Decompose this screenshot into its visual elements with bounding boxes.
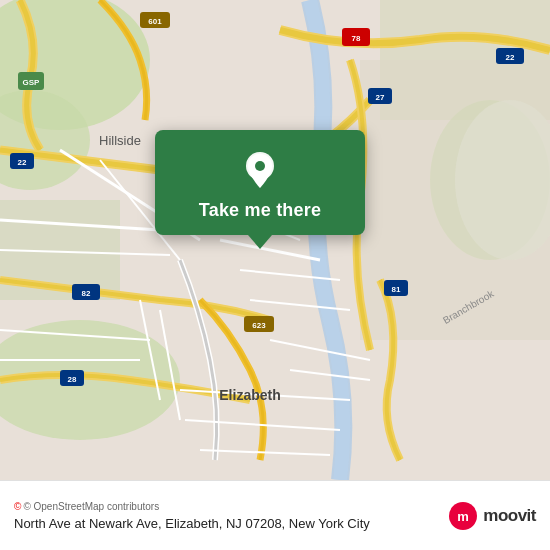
location-pin-icon (238, 148, 282, 192)
svg-text:82: 82 (82, 289, 91, 298)
osm-attribution: © © OpenStreetMap contributors (14, 501, 447, 512)
moovit-text: moovit (483, 506, 536, 526)
bottom-left-section: © © OpenStreetMap contributors North Ave… (14, 501, 447, 531)
moovit-logo: m moovit (447, 500, 536, 532)
svg-text:Elizabeth: Elizabeth (219, 387, 280, 403)
location-popup: Take me there (155, 130, 365, 235)
svg-text:22: 22 (506, 53, 515, 62)
osm-credit-text: © OpenStreetMap contributors (23, 501, 159, 512)
svg-text:28: 28 (68, 375, 77, 384)
copyright-symbol: © (14, 501, 21, 512)
bottom-info-bar: © © OpenStreetMap contributors North Ave… (0, 480, 550, 550)
address-text: North Ave at Newark Ave, Elizabeth, NJ 0… (14, 516, 447, 531)
svg-point-50 (255, 161, 265, 171)
svg-text:GSP: GSP (23, 78, 41, 87)
svg-text:78: 78 (352, 34, 361, 43)
svg-text:22: 22 (18, 158, 27, 167)
svg-text:601: 601 (148, 17, 162, 26)
moovit-icon: m (447, 500, 479, 532)
take-me-there-button[interactable]: Take me there (199, 200, 321, 221)
svg-text:Hillside: Hillside (99, 133, 141, 148)
svg-text:623: 623 (252, 321, 266, 330)
map-svg: GSP 22 22 78 27 82 601 623 81 28 Hillsid… (0, 0, 550, 480)
svg-text:81: 81 (392, 285, 401, 294)
svg-text:27: 27 (376, 93, 385, 102)
map-view: GSP 22 22 78 27 82 601 623 81 28 Hillsid… (0, 0, 550, 480)
svg-text:m: m (457, 509, 469, 524)
